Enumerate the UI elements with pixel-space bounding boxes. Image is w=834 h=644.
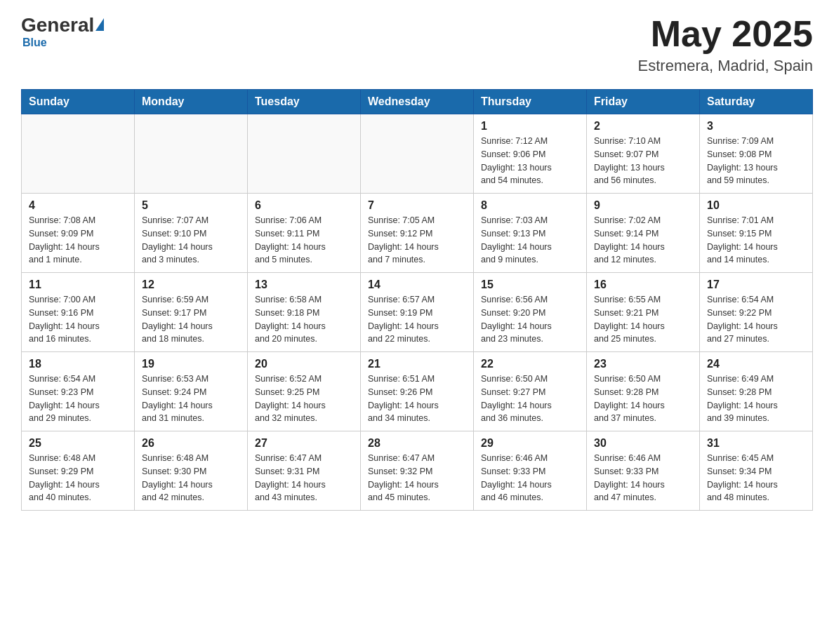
day-info: Sunrise: 6:51 AMSunset: 9:26 PMDaylight:… xyxy=(368,373,466,425)
calendar-day-cell: 8Sunrise: 7:03 AMSunset: 9:13 PMDaylight… xyxy=(474,194,587,273)
calendar-day-cell: 11Sunrise: 7:00 AMSunset: 9:16 PMDayligh… xyxy=(22,273,135,352)
day-number: 2 xyxy=(594,120,692,133)
day-number: 23 xyxy=(594,358,692,370)
day-of-week-header: Monday xyxy=(135,90,248,114)
day-number: 10 xyxy=(707,199,805,212)
day-info: Sunrise: 6:55 AMSunset: 9:21 PMDaylight:… xyxy=(594,293,692,346)
calendar-day-cell: 14Sunrise: 6:57 AMSunset: 9:19 PMDayligh… xyxy=(361,273,474,352)
day-number: 7 xyxy=(368,199,466,212)
day-number: 13 xyxy=(255,279,353,291)
day-info: Sunrise: 7:02 AMSunset: 9:14 PMDaylight:… xyxy=(594,214,692,267)
calendar-day-cell: 26Sunrise: 6:48 AMSunset: 9:30 PMDayligh… xyxy=(135,431,248,511)
day-info: Sunrise: 6:48 AMSunset: 9:29 PMDaylight:… xyxy=(29,452,127,504)
calendar-day-cell: 19Sunrise: 6:53 AMSunset: 9:24 PMDayligh… xyxy=(135,352,248,431)
calendar-week-row: 25Sunrise: 6:48 AMSunset: 9:29 PMDayligh… xyxy=(22,431,813,511)
day-number: 30 xyxy=(594,437,692,450)
calendar-week-row: 4Sunrise: 7:08 AMSunset: 9:09 PMDaylight… xyxy=(22,194,813,273)
calendar-day-cell xyxy=(135,114,248,194)
calendar-day-cell: 9Sunrise: 7:02 AMSunset: 9:14 PMDaylight… xyxy=(587,194,700,273)
day-info: Sunrise: 6:53 AMSunset: 9:24 PMDaylight:… xyxy=(142,373,240,425)
logo-triangle-icon xyxy=(95,18,104,31)
day-number: 22 xyxy=(481,358,579,370)
day-number: 21 xyxy=(368,358,466,370)
day-of-week-header: Saturday xyxy=(700,90,813,114)
day-info: Sunrise: 7:07 AMSunset: 9:10 PMDaylight:… xyxy=(142,214,240,267)
calendar-day-cell: 17Sunrise: 6:54 AMSunset: 9:22 PMDayligh… xyxy=(700,273,813,352)
calendar-day-cell: 15Sunrise: 6:56 AMSunset: 9:20 PMDayligh… xyxy=(474,273,587,352)
day-number: 11 xyxy=(29,279,127,291)
calendar-day-cell: 7Sunrise: 7:05 AMSunset: 9:12 PMDaylight… xyxy=(361,194,474,273)
day-info: Sunrise: 7:06 AMSunset: 9:11 PMDaylight:… xyxy=(255,214,353,267)
day-number: 16 xyxy=(594,279,692,291)
day-number: 25 xyxy=(29,437,127,450)
day-number: 9 xyxy=(594,199,692,212)
calendar-day-cell: 23Sunrise: 6:50 AMSunset: 9:28 PMDayligh… xyxy=(587,352,700,431)
day-number: 17 xyxy=(707,279,805,291)
day-info: Sunrise: 6:45 AMSunset: 9:34 PMDaylight:… xyxy=(707,452,805,504)
day-info: Sunrise: 6:49 AMSunset: 9:28 PMDaylight:… xyxy=(707,373,805,425)
location-label: Estremera, Madrid, Spain xyxy=(638,57,813,75)
day-number: 20 xyxy=(255,358,353,370)
day-of-week-header: Wednesday xyxy=(361,90,474,114)
day-info: Sunrise: 6:46 AMSunset: 9:33 PMDaylight:… xyxy=(594,452,692,504)
logo-blue-text: Blue xyxy=(22,36,47,49)
calendar-week-row: 18Sunrise: 6:54 AMSunset: 9:23 PMDayligh… xyxy=(22,352,813,431)
calendar-day-cell: 1Sunrise: 7:12 AMSunset: 9:06 PMDaylight… xyxy=(474,114,587,194)
calendar-day-cell: 30Sunrise: 6:46 AMSunset: 9:33 PMDayligh… xyxy=(587,431,700,511)
day-info: Sunrise: 6:50 AMSunset: 9:27 PMDaylight:… xyxy=(481,373,579,425)
month-title: May 2025 xyxy=(638,14,813,54)
day-number: 5 xyxy=(142,199,240,212)
day-info: Sunrise: 7:01 AMSunset: 9:15 PMDaylight:… xyxy=(707,214,805,267)
calendar-day-cell: 6Sunrise: 7:06 AMSunset: 9:11 PMDaylight… xyxy=(248,194,361,273)
day-number: 12 xyxy=(142,279,240,291)
day-number: 18 xyxy=(29,358,127,370)
page-header: General Blue May 2025 Estremera, Madrid,… xyxy=(21,14,813,75)
day-info: Sunrise: 6:56 AMSunset: 9:20 PMDaylight:… xyxy=(481,293,579,346)
calendar-day-cell: 24Sunrise: 6:49 AMSunset: 9:28 PMDayligh… xyxy=(700,352,813,431)
day-number: 19 xyxy=(142,358,240,370)
day-info: Sunrise: 6:59 AMSunset: 9:17 PMDaylight:… xyxy=(142,293,240,346)
day-info: Sunrise: 6:48 AMSunset: 9:30 PMDaylight:… xyxy=(142,452,240,504)
calendar-day-cell: 28Sunrise: 6:47 AMSunset: 9:32 PMDayligh… xyxy=(361,431,474,511)
day-number: 3 xyxy=(707,120,805,133)
day-number: 31 xyxy=(707,437,805,450)
day-info: Sunrise: 6:47 AMSunset: 9:32 PMDaylight:… xyxy=(368,452,466,504)
calendar-day-cell: 12Sunrise: 6:59 AMSunset: 9:17 PMDayligh… xyxy=(135,273,248,352)
calendar-day-cell xyxy=(22,114,135,194)
day-number: 1 xyxy=(481,120,579,133)
day-number: 8 xyxy=(481,199,579,212)
day-info: Sunrise: 7:12 AMSunset: 9:06 PMDaylight:… xyxy=(481,135,579,187)
day-number: 4 xyxy=(29,199,127,212)
logo: General Blue xyxy=(21,14,104,49)
day-info: Sunrise: 6:47 AMSunset: 9:31 PMDaylight:… xyxy=(255,452,353,504)
day-number: 24 xyxy=(707,358,805,370)
calendar-day-cell: 16Sunrise: 6:55 AMSunset: 9:21 PMDayligh… xyxy=(587,273,700,352)
day-info: Sunrise: 7:10 AMSunset: 9:07 PMDaylight:… xyxy=(594,135,692,187)
calendar-table: SundayMondayTuesdayWednesdayThursdayFrid… xyxy=(21,89,813,511)
day-number: 15 xyxy=(481,279,579,291)
day-number: 27 xyxy=(255,437,353,450)
calendar-day-cell: 2Sunrise: 7:10 AMSunset: 9:07 PMDaylight… xyxy=(587,114,700,194)
day-info: Sunrise: 6:46 AMSunset: 9:33 PMDaylight:… xyxy=(481,452,579,504)
logo-general-text: General xyxy=(21,14,94,36)
day-number: 6 xyxy=(255,199,353,212)
day-of-week-header: Sunday xyxy=(22,90,135,114)
calendar-day-cell: 21Sunrise: 6:51 AMSunset: 9:26 PMDayligh… xyxy=(361,352,474,431)
calendar-day-cell: 3Sunrise: 7:09 AMSunset: 9:08 PMDaylight… xyxy=(700,114,813,194)
calendar-day-cell: 13Sunrise: 6:58 AMSunset: 9:18 PMDayligh… xyxy=(248,273,361,352)
day-info: Sunrise: 6:54 AMSunset: 9:22 PMDaylight:… xyxy=(707,293,805,346)
calendar-day-cell xyxy=(248,114,361,194)
day-info: Sunrise: 7:08 AMSunset: 9:09 PMDaylight:… xyxy=(29,214,127,267)
day-info: Sunrise: 7:00 AMSunset: 9:16 PMDaylight:… xyxy=(29,293,127,346)
day-info: Sunrise: 6:54 AMSunset: 9:23 PMDaylight:… xyxy=(29,373,127,425)
day-number: 26 xyxy=(142,437,240,450)
calendar-header-row: SundayMondayTuesdayWednesdayThursdayFrid… xyxy=(22,90,813,114)
day-info: Sunrise: 7:09 AMSunset: 9:08 PMDaylight:… xyxy=(707,135,805,187)
calendar-day-cell: 20Sunrise: 6:52 AMSunset: 9:25 PMDayligh… xyxy=(248,352,361,431)
calendar-day-cell: 25Sunrise: 6:48 AMSunset: 9:29 PMDayligh… xyxy=(22,431,135,511)
calendar-day-cell: 4Sunrise: 7:08 AMSunset: 9:09 PMDaylight… xyxy=(22,194,135,273)
day-number: 14 xyxy=(368,279,466,291)
calendar-day-cell: 31Sunrise: 6:45 AMSunset: 9:34 PMDayligh… xyxy=(700,431,813,511)
calendar-day-cell: 5Sunrise: 7:07 AMSunset: 9:10 PMDaylight… xyxy=(135,194,248,273)
calendar-day-cell xyxy=(361,114,474,194)
